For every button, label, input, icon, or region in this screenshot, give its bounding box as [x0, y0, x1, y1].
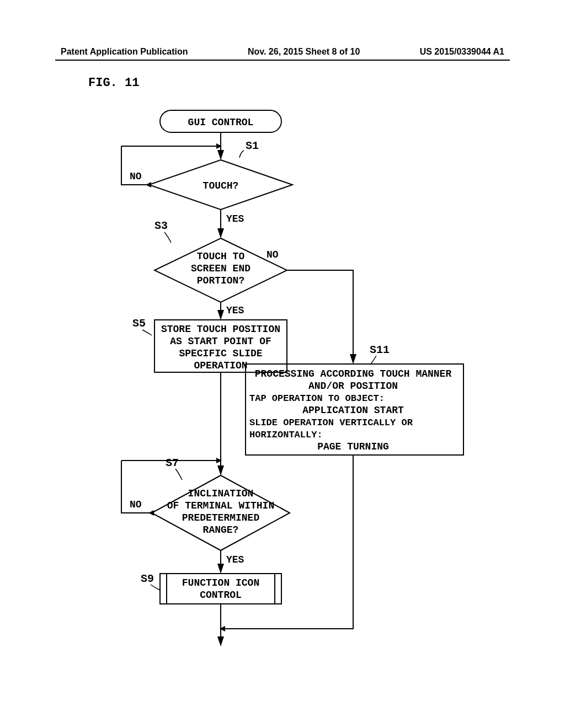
s3-callout-line	[164, 232, 171, 243]
d2-l3: PORTION?	[197, 275, 244, 286]
d3-l2: OF TERMINAL WITHIN	[167, 500, 274, 511]
step-s5-label: S5	[132, 317, 146, 330]
decision-s3: TOUCH TO SCREEN END PORTION?	[154, 238, 287, 302]
p3-l2: CONTROL	[200, 590, 242, 601]
header-center: Nov. 26, 2015 Sheet 8 of 10	[248, 47, 360, 57]
p1-l1: STORE TOUCH POSITION	[161, 324, 280, 335]
step-s3-label: S3	[154, 220, 168, 232]
page-header: Patent Application Publication Nov. 26, …	[0, 47, 565, 57]
p3-l1: FUNCTION ICON	[182, 577, 259, 588]
step-s7-label: S7	[166, 457, 179, 469]
p2-l5: SLIDE OPERATION VERTICALLY OR	[249, 417, 413, 428]
s7-no-label: NO	[130, 499, 142, 510]
decision-s1-text: TOUCH?	[203, 180, 239, 191]
p1-l4: OPERATION	[194, 360, 247, 371]
s9-callout-line	[151, 585, 160, 590]
figure-label: FIG. 11	[88, 76, 139, 90]
s5-callout-line	[142, 330, 152, 335]
s11-callout-line	[371, 356, 376, 364]
header-divider	[55, 60, 510, 61]
step-s9-label: S9	[141, 572, 154, 585]
p2-l2: AND/OR POSITION	[308, 381, 398, 392]
s3-no-label: NO	[266, 249, 279, 260]
subroutine-s9: FUNCTION ICON CONTROL	[160, 574, 281, 604]
edge-s3-s11	[287, 270, 353, 363]
step-s1-label: S1	[246, 140, 259, 152]
decision-s1: TOUCH?	[149, 160, 292, 210]
p2-l4: APPLICATION START	[302, 405, 404, 416]
start-text: GUI CONTROL	[188, 117, 254, 128]
d3-l1: INCLINATION	[188, 488, 254, 499]
process-s11: PROCESSING ACCORDING TOUCH MANNER AND/OR…	[246, 364, 463, 455]
p1-l3: SPECIFIC SLIDE	[179, 348, 262, 359]
s7-callout-line	[175, 469, 182, 480]
d2-l2: SCREEN END	[191, 263, 250, 274]
s1-no-arrowhead	[146, 182, 151, 188]
p2-l6: HORIZONTALLY:	[249, 430, 323, 440]
header-right: US 2015/0339044 A1	[420, 47, 504, 57]
d3-l4: RANGE?	[203, 524, 239, 536]
d2-l1: TOUCH TO	[197, 251, 245, 262]
s1-no-label: NO	[130, 171, 142, 182]
p2-l1: PROCESSING ACCORDING TOUCH MANNER	[255, 368, 452, 379]
start-node: GUI CONTROL	[160, 110, 281, 132]
s1-yes-label: YES	[226, 213, 244, 224]
flowchart-diagram: GUI CONTROL S1 TOUCH? NO YES S3 TOUCH TO…	[121, 105, 475, 656]
p1-l2: AS START POINT OF	[170, 336, 271, 347]
p2-l7: PAGE TURNING	[317, 441, 389, 452]
header-left: Patent Application Publication	[61, 47, 188, 57]
s1-callout-line	[239, 151, 244, 158]
step-s11-label: S11	[370, 344, 390, 356]
s7-yes-label: YES	[226, 554, 244, 565]
decision-s7: INCLINATION OF TERMINAL WITHIN PREDETERM…	[152, 475, 290, 550]
edge-s11-merge	[221, 455, 353, 629]
d3-l3: PREDETERMINED	[182, 512, 260, 523]
p2-l3: TAP OPERATION TO OBJECT:	[249, 393, 385, 404]
s7-no-arrowhead	[148, 510, 154, 516]
s3-yes-label: YES	[226, 305, 244, 316]
